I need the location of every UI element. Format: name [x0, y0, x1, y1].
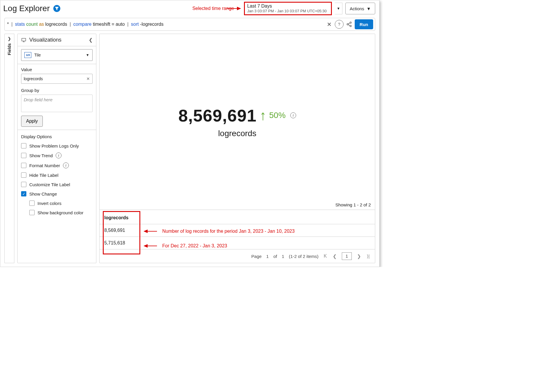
- query-bar[interactable]: * | stats count as logrecords | compare …: [4, 18, 375, 31]
- run-button[interactable]: Run: [355, 19, 373, 29]
- page-title: Log Explorer: [3, 4, 50, 13]
- annotation-arrow-icon: [144, 244, 148, 248]
- annotation-row-2: For Dec 27, 2022 - Jan 3, 2023: [144, 243, 227, 249]
- chevron-left-icon: ❮: [89, 37, 93, 42]
- remove-value-button[interactable]: ✕: [86, 76, 90, 81]
- close-icon: [327, 22, 332, 27]
- collapse-panel-button[interactable]: ❮: [89, 37, 93, 43]
- svg-point-2: [350, 22, 351, 23]
- tile-label: logrecords: [218, 129, 257, 138]
- pager: Page 1 of 1 (1-2 of 2 items) K ❮ 1 ❯: [100, 249, 375, 263]
- checkbox-checked[interactable]: ✓: [21, 191, 26, 196]
- time-range-detail: Jan 3 03:07 PM - Jan 10 03:07 PM UTC+05:…: [247, 9, 329, 13]
- tile: 8,569,691 ↑ 50% i logrecords: [100, 34, 375, 210]
- annotation-arrow-icon: [144, 230, 148, 233]
- info-icon[interactable]: i: [63, 162, 69, 168]
- pager-last-button[interactable]: ⟩|: [366, 254, 370, 259]
- option-format-number[interactable]: Format Number i: [21, 162, 93, 168]
- value-pill-text: logrecords: [24, 76, 43, 81]
- display-options-title: Display Options: [21, 134, 93, 139]
- option-customize-label[interactable]: Customize Tile Label: [21, 182, 93, 187]
- checkbox[interactable]: [21, 163, 26, 168]
- last-page-icon: ⟩|: [367, 254, 370, 259]
- actions-label: Actions: [350, 6, 364, 11]
- checkbox[interactable]: [21, 172, 26, 178]
- chevron-down-icon: ▼: [86, 53, 89, 57]
- checkbox[interactable]: [21, 182, 26, 187]
- info-icon[interactable]: i: [290, 112, 296, 118]
- option-invert-colors[interactable]: Invert colors: [29, 201, 93, 206]
- header: Log Explorer Selected time range Last 7 …: [0, 0, 379, 17]
- fields-tab-label: Fields: [7, 43, 12, 55]
- tile-change-percent: 50%: [269, 111, 286, 120]
- annotation-row-1: Number of log records for the period Jan…: [144, 229, 295, 234]
- tile-value: 8,569,691: [178, 106, 257, 125]
- groupby-dropzone[interactable]: Drop field here: [21, 95, 93, 112]
- panel-title: Visualizations: [29, 37, 62, 43]
- help-button[interactable]: ?: [335, 20, 344, 29]
- option-show-trend[interactable]: Show Trend i: [21, 153, 93, 158]
- help-icon: ?: [338, 22, 340, 27]
- chevron-right-icon: ❯: [8, 36, 11, 41]
- option-hide-label[interactable]: Hide Tile Label: [21, 172, 93, 178]
- query-text[interactable]: * | stats count as logrecords | compare …: [7, 22, 324, 27]
- dropzone-placeholder: Drop field here: [24, 97, 52, 102]
- checkbox[interactable]: [29, 201, 35, 206]
- number-badge-icon: 123: [24, 52, 31, 58]
- pager-page-input[interactable]: 1: [342, 252, 352, 260]
- info-icon[interactable]: i: [56, 153, 62, 158]
- checkbox[interactable]: [21, 153, 26, 158]
- time-range-dropdown-button[interactable]: ▼: [335, 3, 342, 14]
- groupby-label: Group by: [21, 88, 93, 93]
- pager-next-button[interactable]: ❯: [356, 254, 361, 259]
- annotation-arrow-icon: [237, 7, 241, 10]
- apply-button[interactable]: Apply: [21, 116, 43, 127]
- visualization-icon: [21, 37, 26, 43]
- checkbox[interactable]: [29, 210, 35, 215]
- viz-type-value: Tile: [34, 53, 41, 57]
- time-range-selector[interactable]: Last 7 Days Jan 3 03:07 PM - Jan 10 03:0…: [244, 2, 332, 16]
- actions-button[interactable]: Actions ▼: [345, 3, 375, 14]
- filter-icon[interactable]: [53, 4, 61, 13]
- chevron-left-icon: ❮: [333, 254, 337, 259]
- visualization-area: 8,569,691 ↑ 50% i logrecords Showing 1 -…: [99, 34, 375, 263]
- chevron-down-icon: ▼: [366, 6, 371, 11]
- column-header[interactable]: logrecords: [100, 212, 375, 224]
- checkbox[interactable]: [21, 143, 26, 148]
- first-page-icon: K: [324, 254, 327, 259]
- viz-type-select[interactable]: 123 Tile ▼: [21, 49, 93, 61]
- pager-first-button[interactable]: K: [323, 254, 327, 259]
- option-background-color[interactable]: Show background color: [29, 210, 93, 215]
- svg-rect-4: [22, 38, 26, 41]
- pager-prev-button[interactable]: ❮: [332, 254, 337, 259]
- showing-count: Showing 1 - 2 of 2: [335, 202, 371, 207]
- svg-point-3: [350, 25, 351, 27]
- arrow-up-icon: ↑: [260, 109, 266, 122]
- close-icon: ✕: [86, 76, 90, 81]
- fields-tab[interactable]: ❯ Fields: [4, 34, 14, 263]
- time-range-main: Last 7 Days: [247, 3, 329, 9]
- clear-query-button[interactable]: [325, 20, 334, 29]
- results-table: logrecords 8,569,691 5,715,618 Number of…: [100, 210, 375, 263]
- chevron-right-icon: ❯: [357, 254, 361, 259]
- table-row[interactable]: 5,715,618: [100, 237, 375, 249]
- share-icon: [346, 21, 352, 27]
- visualizations-panel: Visualizations ❮ 123 Tile ▼ Value logrec…: [17, 34, 96, 263]
- value-label: Value: [21, 67, 93, 72]
- option-problem-logs[interactable]: Show Problem Logs Only: [21, 143, 93, 148]
- option-show-change[interactable]: ✓ Show Change: [21, 191, 93, 196]
- value-pill[interactable]: logrecords ✕: [21, 74, 93, 84]
- svg-point-1: [347, 24, 348, 25]
- share-button[interactable]: [345, 20, 354, 29]
